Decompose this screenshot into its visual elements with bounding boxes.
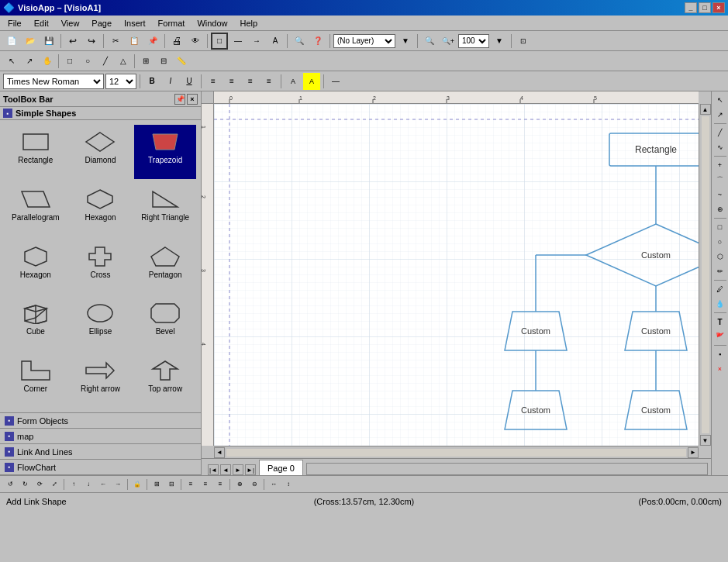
- scroll-down-button[interactable]: ▼: [700, 435, 711, 446]
- toolbox-pin-button[interactable]: 📌: [174, 94, 185, 105]
- close-button[interactable]: ×: [712, 2, 725, 13]
- bt-btn14[interactable]: ≡: [213, 478, 227, 491]
- align-left[interactable]: ≡: [205, 73, 222, 90]
- rt-arc[interactable]: ⌒: [713, 173, 727, 187]
- italic-button[interactable]: I: [162, 73, 179, 90]
- category-link-lines[interactable]: ▪ Link And Lines: [0, 444, 201, 460]
- cut-button[interactable]: ✂: [107, 33, 124, 50]
- pointer-tool[interactable]: ↗: [21, 53, 38, 70]
- help-button[interactable]: ❓: [309, 33, 326, 50]
- preview-button[interactable]: 👁: [187, 33, 204, 50]
- rt-text[interactable]: T: [713, 315, 727, 329]
- minimize-button[interactable]: _: [685, 2, 697, 13]
- category-map[interactable]: ▪ map: [0, 429, 201, 444]
- bt-btn8[interactable]: →: [111, 478, 125, 491]
- scroll-right-button[interactable]: ►: [688, 447, 699, 458]
- print-button[interactable]: 🖨: [168, 33, 185, 50]
- shape-cube[interactable]: Cube: [5, 296, 67, 350]
- snap-toggle[interactable]: ⊟: [155, 53, 172, 70]
- bt-btn6[interactable]: ↓: [81, 478, 95, 491]
- paste-button[interactable]: 📌: [144, 33, 161, 50]
- menu-insert[interactable]: Insert: [119, 17, 150, 29]
- menu-window[interactable]: Window: [192, 17, 232, 29]
- ruler-toggle[interactable]: 📏: [173, 53, 190, 70]
- rt-box[interactable]: ▪: [713, 347, 727, 361]
- draw-rect[interactable]: □: [61, 53, 78, 70]
- font-size-select[interactable]: 12: [105, 74, 136, 89]
- save-button[interactable]: 💾: [40, 33, 57, 50]
- rt-connect[interactable]: ⊕: [713, 202, 727, 216]
- rt-bezier[interactable]: ~: [713, 188, 727, 202]
- align-justify[interactable]: ≡: [260, 73, 278, 90]
- shape-corner[interactable]: Corner: [5, 353, 67, 408]
- shape-trapezoid[interactable]: Trapezoid: [134, 125, 196, 179]
- draw-line[interactable]: ╱: [97, 53, 114, 70]
- shape-rectangle[interactable]: Rectangle: [5, 125, 67, 179]
- shape-right-triangle[interactable]: Right Triangle: [134, 182, 196, 236]
- canvas-scroll[interactable]: 0 1 2 3 4 5: [202, 91, 711, 458]
- bt-btn10[interactable]: ⊞: [150, 478, 164, 491]
- zoom-in-tool[interactable]: 🔍+: [440, 33, 457, 50]
- scroll-left-button[interactable]: ◄: [214, 447, 225, 458]
- tab-first-button[interactable]: |◄: [208, 464, 219, 475]
- menu-view[interactable]: View: [57, 17, 85, 29]
- new-button[interactable]: 📄: [3, 33, 20, 50]
- font-color-button[interactable]: A: [285, 73, 302, 90]
- bt-btn7[interactable]: ←: [96, 478, 110, 491]
- bt-btn5[interactable]: ↑: [67, 478, 81, 491]
- grid-toggle[interactable]: ⊞: [137, 53, 154, 70]
- shape-pentagon[interactable]: Pentagon: [134, 240, 196, 294]
- shape-right-arrow[interactable]: Right arrow: [70, 353, 132, 408]
- zoom-select[interactable]: 100: [458, 34, 489, 48]
- shape-hexagon1[interactable]: Hexagon: [70, 182, 132, 236]
- shape-diamond[interactable]: Diamond: [70, 125, 132, 179]
- rt-plus[interactable]: +: [713, 158, 727, 172]
- zoom-in-button[interactable]: 🔍: [291, 33, 308, 50]
- tab-next-button[interactable]: ►: [233, 464, 243, 475]
- shape-cross[interactable]: Cross: [70, 240, 132, 294]
- menu-file[interactable]: File: [3, 17, 26, 29]
- text-tool[interactable]: A: [267, 33, 284, 50]
- tab-hscroll[interactable]: [306, 463, 708, 475]
- rt-flag[interactable]: 🚩: [713, 329, 727, 343]
- bt-btn18[interactable]: ↕: [281, 478, 295, 491]
- align-right[interactable]: ≡: [242, 73, 259, 90]
- shape-hexagon2[interactable]: Hexagon: [5, 240, 67, 294]
- bt-btn15[interactable]: ⊕: [233, 478, 247, 491]
- rt-freehand[interactable]: ✏: [713, 264, 727, 278]
- fit-page-button[interactable]: ⊡: [515, 33, 532, 50]
- tab-prev-button[interactable]: ◄: [220, 464, 231, 475]
- bt-btn2[interactable]: ↻: [18, 478, 32, 491]
- horizontal-scrollbar[interactable]: ◄ ►: [214, 446, 699, 458]
- rt-curved[interactable]: ∿: [713, 140, 727, 154]
- bt-btn4[interactable]: ⤢: [47, 478, 61, 491]
- rt-polygon[interactable]: ⬡: [713, 250, 727, 264]
- rt-pointer[interactable]: ↖: [713, 93, 727, 107]
- v-scroll-track[interactable]: [702, 116, 709, 433]
- bt-btn11[interactable]: ⊟: [164, 478, 178, 491]
- zoom-dropdown[interactable]: ▼: [491, 33, 508, 50]
- shape-bevel[interactable]: Bevel: [134, 296, 196, 350]
- bold-button[interactable]: B: [143, 73, 160, 90]
- menu-help[interactable]: Help: [236, 17, 263, 29]
- line-tool[interactable]: —: [229, 33, 247, 50]
- menu-format[interactable]: Format: [154, 17, 190, 29]
- bt-btn13[interactable]: ≡: [198, 478, 212, 491]
- maximize-button[interactable]: □: [699, 2, 711, 13]
- bt-btn12[interactable]: ≡: [184, 478, 198, 491]
- category-form-objects[interactable]: ▪ Form Objects: [0, 413, 201, 429]
- undo-button[interactable]: ↩: [64, 33, 81, 50]
- pan-tool[interactable]: ✋: [39, 53, 56, 70]
- shape-top-arrow[interactable]: Top arrow: [134, 353, 196, 408]
- page-tab-0[interactable]: Page 0: [259, 460, 303, 475]
- shape-parallelogram[interactable]: Parallelogram: [5, 182, 67, 236]
- arrow-tool[interactable]: →: [248, 33, 265, 50]
- rt-spray[interactable]: 💧: [713, 297, 727, 311]
- select-tool[interactable]: ↖: [3, 53, 20, 70]
- underline-button[interactable]: U: [181, 73, 198, 90]
- shape-ellipse[interactable]: Ellipse: [70, 296, 132, 350]
- draw-ellipse[interactable]: ○: [79, 53, 96, 70]
- highlight-button[interactable]: A: [303, 73, 320, 90]
- rt-ellipse[interactable]: ○: [713, 235, 727, 249]
- bt-btn17[interactable]: ↔: [267, 478, 281, 491]
